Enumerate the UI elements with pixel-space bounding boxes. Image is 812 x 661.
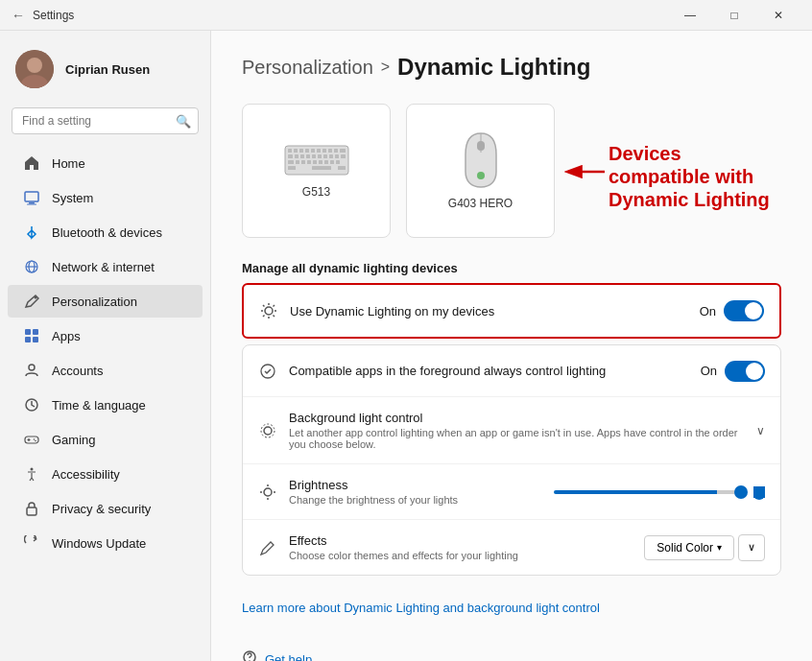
sidebar-item-network[interactable]: Network & internet xyxy=(8,250,203,283)
chevron-down-icon: ∨ xyxy=(756,424,765,437)
effects-expand-button[interactable]: ∨ xyxy=(738,534,765,561)
svg-rect-40 xyxy=(323,154,327,158)
svg-rect-30 xyxy=(322,149,326,153)
svg-rect-4 xyxy=(29,202,35,204)
sidebar-item-accessibility[interactable]: Accessibility xyxy=(8,458,203,490)
effects-dropdown-value: Solid Color xyxy=(657,541,713,555)
sidebar-item-accounts[interactable]: Accounts xyxy=(8,354,203,387)
maximize-button[interactable]: □ xyxy=(712,0,756,31)
setting-title: Brightness xyxy=(289,478,542,492)
svg-rect-52 xyxy=(336,160,340,164)
sidebar-item-bluetooth[interactable]: Bluetooth & devices xyxy=(8,216,203,248)
svg-line-66 xyxy=(263,305,265,307)
sidebar-item-home[interactable]: Home xyxy=(8,147,203,179)
sidebar-item-time[interactable]: Time & language xyxy=(8,389,203,421)
toggle-label: On xyxy=(701,364,717,378)
compatible-apps-toggle[interactable] xyxy=(725,361,765,382)
annotation-container: Devices compatible with Dynamic Lighting xyxy=(562,132,781,211)
svg-rect-35 xyxy=(295,154,299,158)
network-icon xyxy=(23,258,40,275)
setting-text-effects: Effects Choose color themes and effects … xyxy=(289,533,633,561)
svg-line-67 xyxy=(274,316,275,318)
svg-rect-43 xyxy=(341,154,346,158)
svg-rect-27 xyxy=(305,149,309,153)
app-container: Ciprian Rusen 🔍 Home System Bluetooth & … xyxy=(0,31,812,661)
setting-title: Use Dynamic Lighting on my devices xyxy=(290,304,688,319)
sidebar-item-gaming[interactable]: Gaming xyxy=(8,423,203,456)
effects-dropdown[interactable]: Solid Color ▾ xyxy=(644,535,734,560)
dynamic-lighting-icon xyxy=(259,301,278,320)
svg-point-19 xyxy=(34,438,36,440)
get-help-link[interactable]: Get help xyxy=(265,652,312,662)
back-button[interactable]: ← xyxy=(12,8,25,23)
setting-row-use-dynamic: Use Dynamic Lighting on my devices On xyxy=(242,283,781,339)
sidebar-item-label: Home xyxy=(52,156,85,171)
svg-point-71 xyxy=(264,427,272,435)
svg-point-58 xyxy=(477,172,485,179)
svg-rect-22 xyxy=(27,508,36,515)
breadcrumb: Personalization > Dynamic Lighting xyxy=(242,54,781,81)
svg-line-69 xyxy=(263,316,265,318)
sidebar-item-privacy[interactable]: Privacy & security xyxy=(8,492,203,525)
search-input[interactable] xyxy=(12,107,199,134)
sidebar-item-apps[interactable]: Apps xyxy=(8,319,203,352)
svg-rect-16 xyxy=(25,437,38,443)
learn-more-link[interactable]: Learn more about Dynamic Lighting and ba… xyxy=(242,601,600,615)
setting-control-background-light[interactable]: ∨ xyxy=(756,424,765,437)
sidebar: Ciprian Rusen 🔍 Home System Bluetooth & … xyxy=(0,31,211,661)
help-icon xyxy=(242,649,257,661)
setting-control-effects: Solid Color ▾ ∨ xyxy=(644,534,765,561)
annotation-text: Devices compatible with Dynamic Lighting xyxy=(609,142,781,211)
device-card-g403[interactable]: G403 HERO xyxy=(406,104,555,238)
sidebar-item-label: Windows Update xyxy=(52,536,146,551)
sidebar-item-update[interactable]: Windows Update xyxy=(8,527,203,559)
sidebar-item-personalization[interactable]: Personalization xyxy=(8,285,203,318)
privacy-icon xyxy=(23,500,40,517)
device-name-g403: G403 HERO xyxy=(448,197,513,210)
close-button[interactable]: ✕ xyxy=(756,0,800,31)
setting-text-background-light: Background light control Let another app… xyxy=(289,411,745,450)
compatible-apps-icon xyxy=(258,362,277,381)
breadcrumb-parent[interactable]: Personalization xyxy=(242,57,373,79)
slider-end-dot xyxy=(753,486,765,498)
svg-point-21 xyxy=(31,468,34,471)
titlebar: ← Settings — □ ✕ xyxy=(0,0,812,31)
help-row: Get help xyxy=(242,649,781,661)
svg-rect-11 xyxy=(33,329,38,335)
section-header: Manage all dynamic lighting devices xyxy=(242,261,781,275)
setting-title: Compatible apps in the foreground always… xyxy=(289,364,689,378)
apps-icon xyxy=(23,327,40,344)
setting-desc: Let another app control lighting when an… xyxy=(289,427,745,450)
dropdown-caret-icon: ▾ xyxy=(717,542,722,553)
svg-point-72 xyxy=(261,424,275,437)
svg-rect-53 xyxy=(288,166,296,170)
devices-area: G513 G403 HERO xyxy=(242,104,781,238)
svg-rect-48 xyxy=(313,160,317,164)
slider-thumb[interactable] xyxy=(734,485,748,499)
brightness-slider[interactable] xyxy=(554,490,746,494)
svg-rect-31 xyxy=(328,149,332,153)
svg-rect-24 xyxy=(288,149,292,153)
svg-rect-5 xyxy=(27,204,36,205)
use-dynamic-toggle[interactable] xyxy=(724,300,764,321)
setting-row-brightness: Brightness Change the brightness of your… xyxy=(243,464,780,520)
sidebar-item-label: Privacy & security xyxy=(52,502,151,516)
sidebar-item-label: Accessibility xyxy=(52,467,120,482)
accounts-icon xyxy=(23,362,40,379)
minimize-button[interactable]: — xyxy=(668,0,712,31)
svg-rect-50 xyxy=(324,160,328,164)
breadcrumb-arrow: > xyxy=(381,59,390,76)
svg-rect-51 xyxy=(330,160,334,164)
device-card-g513[interactable]: G513 xyxy=(242,104,391,238)
sidebar-item-system[interactable]: System xyxy=(8,181,203,214)
device-name-g513: G513 xyxy=(302,185,330,199)
svg-rect-34 xyxy=(288,154,293,158)
search-button[interactable]: 🔍 xyxy=(176,114,191,129)
svg-rect-32 xyxy=(334,149,338,153)
avatar xyxy=(15,50,54,88)
background-light-icon xyxy=(258,421,277,440)
sidebar-item-label: Apps xyxy=(52,329,81,343)
setting-text-brightness: Brightness Change the brightness of your… xyxy=(289,478,542,506)
svg-point-73 xyxy=(264,488,272,496)
settings-group: Compatible apps in the foreground always… xyxy=(242,344,781,576)
